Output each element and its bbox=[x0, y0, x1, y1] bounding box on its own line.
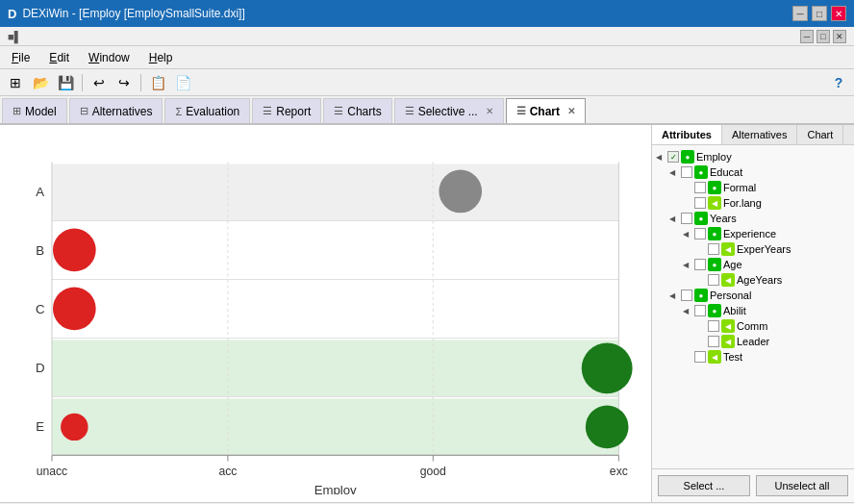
maximize-button[interactable]: □ bbox=[812, 6, 827, 21]
node-icon-abilit: ● bbox=[708, 304, 721, 317]
svg-text:Employ: Employ bbox=[314, 483, 357, 494]
svg-text:good: good bbox=[420, 465, 446, 478]
tab-chart[interactable]: ☰ Chart ✕ bbox=[506, 98, 586, 123]
tree-node-employ[interactable]: ◀ ● Employ bbox=[656, 149, 850, 164]
node-icon-personal: ● bbox=[694, 289, 708, 302]
minimize-button[interactable]: ─ bbox=[792, 6, 808, 21]
checkbox-educat[interactable] bbox=[681, 166, 692, 178]
inner-close[interactable]: ✕ bbox=[833, 30, 846, 43]
node-icon-educat: ● bbox=[694, 165, 708, 179]
checkbox-test[interactable] bbox=[694, 351, 706, 363]
unselect-all-button[interactable]: Unselect all bbox=[756, 475, 848, 496]
checkbox-comm[interactable] bbox=[708, 320, 719, 332]
node-icon-employ: ● bbox=[681, 150, 694, 164]
title-bar: D DEXiWin - [Employ [EmploySmallSuite.dx… bbox=[0, 0, 854, 27]
checkbox-age[interactable] bbox=[694, 259, 706, 270]
tree-node-formal[interactable]: ◀ ● Formal bbox=[656, 180, 850, 195]
menu-window[interactable]: Window bbox=[85, 49, 134, 66]
svg-point-32 bbox=[586, 406, 629, 449]
toolbar-open[interactable]: 📂 bbox=[29, 72, 52, 93]
node-icon-ageyears: ◀ bbox=[721, 273, 735, 287]
tab-report-label: Report bbox=[276, 105, 311, 118]
tree-node-experience[interactable]: ◀ ● Experience bbox=[656, 226, 850, 241]
tab-chart-close[interactable]: ✕ bbox=[567, 106, 575, 116]
tab-report-icon: ☰ bbox=[263, 105, 272, 117]
tab-report[interactable]: ☰ Report bbox=[252, 98, 321, 123]
tree-node-educat[interactable]: ◀ ● Educat bbox=[656, 164, 850, 180]
menu-edit[interactable]: Edit bbox=[45, 49, 73, 66]
tab-bar: ⊞ Model ⊟ Alternatives Σ Evaluation ☰ Re… bbox=[0, 96, 854, 125]
checkbox-abilit[interactable] bbox=[694, 305, 706, 316]
svg-rect-0 bbox=[52, 340, 618, 396]
tab-evaluation-label: Evaluation bbox=[186, 105, 239, 118]
checkbox-experience[interactable] bbox=[694, 228, 706, 239]
tree-node-comm[interactable]: ◀ ◀ Comm bbox=[656, 318, 850, 334]
window-controls: ─ □ ✕ bbox=[792, 6, 846, 21]
tree-node-abilit[interactable]: ◀ ● Abilit bbox=[656, 303, 850, 318]
tree-node-personal[interactable]: ◀ ● Personal bbox=[656, 288, 850, 303]
node-label-formal: Formal bbox=[723, 182, 756, 193]
tree-arrow-abilit: ◀ bbox=[683, 307, 692, 315]
tree-node-age[interactable]: ◀ ● Age bbox=[656, 257, 850, 272]
node-icon-formal: ● bbox=[708, 181, 721, 194]
svg-text:E: E bbox=[36, 419, 44, 434]
tab-selective-label: Selective ... bbox=[418, 105, 478, 118]
node-icon-age: ● bbox=[708, 258, 721, 271]
right-tab-chart[interactable]: Chart bbox=[797, 125, 843, 144]
inner-restore[interactable]: □ bbox=[816, 30, 830, 43]
inner-minimize[interactable]: ─ bbox=[800, 30, 814, 43]
toolbar-model[interactable]: ⊞ bbox=[4, 72, 27, 93]
checkbox-personal[interactable] bbox=[681, 290, 692, 301]
right-tab-attributes[interactable]: Attributes bbox=[652, 125, 722, 144]
menu-bar: File Edit Window Help bbox=[0, 46, 854, 69]
checkbox-employ[interactable] bbox=[667, 151, 679, 163]
close-button[interactable]: ✕ bbox=[831, 6, 846, 21]
tab-evaluation[interactable]: Σ Evaluation bbox=[164, 98, 250, 123]
toolbar-undo[interactable]: ↩ bbox=[88, 72, 111, 93]
right-tab-alternatives[interactable]: Alternatives bbox=[722, 125, 797, 144]
tree-node-years[interactable]: ◀ ● Years bbox=[656, 211, 850, 226]
menu-file[interactable]: File bbox=[8, 49, 34, 66]
checkbox-experyears[interactable] bbox=[708, 243, 719, 255]
main-area: A B C D E unacc acc good exc Employ bbox=[0, 125, 854, 502]
toolbar-help[interactable]: ? bbox=[827, 72, 850, 93]
tree-node-test[interactable]: ◀ ◀ Test bbox=[656, 349, 850, 365]
tab-charts[interactable]: ☰ Charts bbox=[323, 98, 391, 123]
toolbar-redo[interactable]: ↪ bbox=[113, 72, 136, 93]
checkbox-formal[interactable] bbox=[694, 182, 706, 193]
svg-text:A: A bbox=[36, 185, 44, 199]
checkbox-leader[interactable] bbox=[708, 336, 719, 347]
menu-help[interactable]: Help bbox=[145, 49, 177, 66]
toolbar-save[interactable]: 💾 bbox=[54, 72, 77, 93]
node-icon-leader: ◀ bbox=[721, 335, 735, 348]
tree-arrow-experience: ◀ bbox=[683, 230, 692, 239]
node-icon-experience: ● bbox=[708, 227, 721, 240]
svg-point-30 bbox=[582, 342, 633, 393]
window-title: DEXiWin - [Employ [EmploySmallSuite.dxi]… bbox=[22, 7, 244, 20]
node-icon-test: ◀ bbox=[708, 350, 721, 364]
checkbox-ageyears[interactable] bbox=[708, 274, 719, 286]
toolbar-copy[interactable]: 📋 bbox=[146, 72, 169, 93]
tree-node-leader[interactable]: ◀ ◀ Leader bbox=[656, 334, 850, 349]
svg-point-28 bbox=[53, 229, 96, 272]
checkbox-forlang[interactable] bbox=[694, 197, 706, 209]
svg-rect-26 bbox=[52, 164, 618, 221]
tab-model[interactable]: ⊞ Model bbox=[2, 98, 67, 123]
svg-point-31 bbox=[61, 414, 88, 441]
tree-node-forlang[interactable]: ◀ ◀ For.lang bbox=[656, 195, 850, 211]
svg-text:exc: exc bbox=[610, 465, 628, 478]
tab-alternatives[interactable]: ⊟ Alternatives bbox=[69, 98, 163, 123]
tab-charts-label: Charts bbox=[347, 105, 381, 118]
checkbox-years[interactable] bbox=[681, 213, 692, 224]
toolbar-paste[interactable]: 📄 bbox=[171, 72, 194, 93]
tab-alternatives-icon: ⊟ bbox=[80, 105, 88, 117]
node-icon-years: ● bbox=[694, 212, 708, 225]
tab-selective[interactable]: ☰ Selective ... ✕ bbox=[394, 98, 504, 123]
tree-node-ageyears[interactable]: ◀ ◀ AgeYears bbox=[656, 272, 850, 288]
tree-arrow-age: ◀ bbox=[683, 261, 692, 269]
tree-arrow-years: ◀ bbox=[669, 214, 679, 223]
tab-selective-close[interactable]: ✕ bbox=[486, 106, 493, 116]
select-button[interactable]: Select ... bbox=[658, 475, 750, 496]
tree-node-experyears[interactable]: ◀ ◀ ExperYears bbox=[656, 241, 850, 257]
tree-area: ◀ ● Employ ◀ ● Educat ◀ ● Formal ◀ bbox=[652, 145, 854, 468]
